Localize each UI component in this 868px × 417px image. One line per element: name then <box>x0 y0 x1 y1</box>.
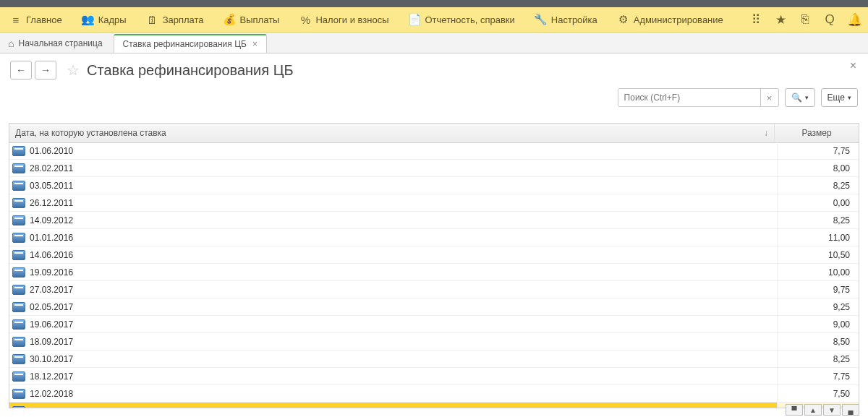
page-header: ← → ☆ Ставка рефинансирования ЦБ × <box>0 53 868 84</box>
table-row[interactable]: 19.06.20179,00 <box>9 316 859 333</box>
table-row[interactable]: 26.03.20187,25 <box>9 403 859 408</box>
menu-right-icon-1[interactable]: ★ <box>773 12 788 27</box>
menu-item-5[interactable]: 📄Отчетность, справки <box>399 7 525 32</box>
page-close-icon[interactable]: × <box>850 59 856 72</box>
menu-right-icon-2[interactable]: ⎘ <box>797 12 813 27</box>
record-icon <box>9 250 28 260</box>
cell-date: 18.09.2017 <box>28 337 777 347</box>
tab-home-label: Начальная страница <box>18 38 102 48</box>
col-header-size[interactable]: Размер <box>775 124 859 142</box>
cell-size: 10,50 <box>777 246 859 263</box>
cell-size: 9,75 <box>777 281 859 298</box>
cell-date: 28.02.2011 <box>28 163 777 173</box>
table-row[interactable]: 28.02.20118,00 <box>9 160 859 177</box>
table-row[interactable]: 03.05.20118,25 <box>9 177 859 194</box>
record-icon <box>9 215 28 225</box>
rates-table: Дата, на которую установлена ставка Разм… <box>9 123 859 408</box>
menu-right-icon-4[interactable]: 🔔 <box>846 12 862 27</box>
record-icon <box>9 371 28 382</box>
menu-item-1[interactable]: 👥Кадры <box>72 7 137 32</box>
cell-date: 18.12.2017 <box>28 371 777 382</box>
nav-forward-button[interactable]: → <box>35 61 56 79</box>
tab-home[interactable]: ⌂ Начальная страница <box>3 33 112 53</box>
favorite-star-icon[interactable]: ☆ <box>67 61 80 79</box>
cell-date: 01.01.2016 <box>28 233 777 243</box>
menu-item-label: Налоги и взносы <box>315 14 388 25</box>
table-header: Дата, на которую установлена ставка Разм… <box>9 124 859 143</box>
scroll-up-button[interactable]: ▲ <box>804 404 822 416</box>
table-row[interactable]: 02.05.20179,25 <box>9 298 859 316</box>
menu-icon: 📄 <box>409 14 421 25</box>
close-icon[interactable]: × <box>252 39 258 49</box>
nav-back-button[interactable]: ← <box>10 61 32 79</box>
cell-date: 14.06.2016 <box>28 250 777 260</box>
record-icon <box>9 267 28 278</box>
col-header-date[interactable]: Дата, на которую установлена ставка <box>9 124 775 142</box>
cell-size: 8,50 <box>777 333 859 350</box>
table-row[interactable]: 30.10.20178,25 <box>9 351 859 368</box>
more-actions-button[interactable]: Еще ▾ <box>821 88 858 107</box>
search-run-button[interactable]: 🔍 ▾ <box>785 88 815 107</box>
menu-icon: 👥 <box>82 14 94 25</box>
cell-date: 26.12.2011 <box>28 198 777 208</box>
table-row[interactable]: 14.06.201610,50 <box>9 246 859 264</box>
cell-size: 8,25 <box>777 177 859 194</box>
record-icon <box>9 354 28 364</box>
cell-date: 12.02.2018 <box>28 389 777 399</box>
menu-item-0[interactable]: ≡Главное <box>0 7 72 32</box>
menu-item-label: Настройка <box>551 14 597 25</box>
menu-item-3[interactable]: 💰Выплаты <box>214 7 290 32</box>
cell-date: 14.09.2012 <box>28 215 777 225</box>
search-input[interactable] <box>618 90 760 106</box>
menu-item-label: Отчетность, справки <box>425 14 515 25</box>
menu-item-4[interactable]: %Налоги и взносы <box>289 7 399 32</box>
table-row[interactable]: 18.12.20177,75 <box>9 368 859 385</box>
home-icon: ⌂ <box>8 38 14 49</box>
menu-item-label: Выплаты <box>240 14 280 25</box>
cell-date: 26.03.2018 <box>28 406 777 408</box>
record-icon <box>9 285 28 295</box>
menu-icon: 🗓 <box>147 14 158 25</box>
cell-size: 9,00 <box>777 316 859 332</box>
record-icon <box>9 389 28 399</box>
search-icon: 🔍 <box>791 93 802 103</box>
menu-icon: ≡ <box>10 14 22 25</box>
search-box: × <box>618 88 779 107</box>
scroll-down-button[interactable]: ▼ <box>823 404 841 416</box>
chevron-down-icon: ▾ <box>848 94 851 101</box>
tab-active[interactable]: Ставка рефинансирования ЦБ × <box>114 34 267 53</box>
cell-size: 8,25 <box>777 212 859 228</box>
scroll-bottom-button[interactable]: ▄ <box>842 404 859 416</box>
list-toolbar: × 🔍 ▾ Еще ▾ <box>0 84 868 114</box>
cell-size: 11,00 <box>777 229 859 246</box>
cell-size: 10,00 <box>777 264 859 280</box>
table-row[interactable]: 27.03.20179,75 <box>9 281 859 298</box>
table-row[interactable]: 12.02.20187,50 <box>9 385 859 403</box>
cell-date: 03.05.2011 <box>28 181 777 191</box>
menu-item-label: Главное <box>26 14 62 25</box>
cell-size: 8,00 <box>777 160 859 176</box>
table-row[interactable]: 19.09.201610,00 <box>9 264 859 281</box>
table-row[interactable]: 01.06.20107,75 <box>9 142 859 160</box>
cell-date: 19.06.2017 <box>28 319 777 330</box>
window-titlebar <box>0 0 868 7</box>
record-icon <box>9 146 28 156</box>
record-icon <box>9 181 28 191</box>
menu-icon: % <box>299 14 311 25</box>
table-row[interactable]: 18.09.20178,50 <box>9 333 859 351</box>
menu-icon: ⚙ <box>618 14 629 25</box>
menu-item-7[interactable]: ⚙Администрирование <box>608 7 733 32</box>
table-row[interactable]: 26.12.20110,00 <box>9 194 859 212</box>
record-icon <box>9 302 28 312</box>
search-clear-button[interactable]: × <box>760 89 778 106</box>
menu-item-2[interactable]: 🗓Зарплата <box>137 7 214 32</box>
menu-right-icon-0[interactable]: ⠿ <box>748 12 764 27</box>
table-row[interactable]: 01.01.201611,00 <box>9 229 859 246</box>
chevron-down-icon: ▾ <box>805 94 809 101</box>
scroll-top-button[interactable]: ▀ <box>786 404 803 416</box>
menu-item-6[interactable]: 🔧Настройка <box>525 7 608 32</box>
record-icon <box>9 406 28 408</box>
menu-right-icon-3[interactable]: Q <box>822 12 838 27</box>
table-row[interactable]: 14.09.20128,25 <box>9 212 859 229</box>
cell-date: 27.03.2017 <box>28 285 777 295</box>
